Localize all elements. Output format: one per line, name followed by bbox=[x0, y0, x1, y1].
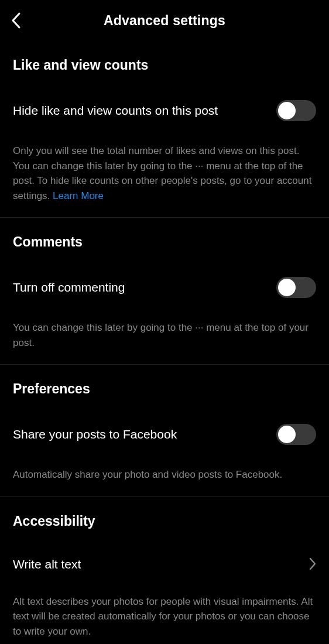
write-alt-text-description: Alt text describes your photos for peopl… bbox=[0, 594, 329, 639]
row-hide-likes[interactable]: Hide like and view counts on this post bbox=[0, 100, 329, 121]
turn-off-commenting-description: You can change this later by going to th… bbox=[0, 320, 329, 350]
toggle-knob bbox=[278, 279, 296, 296]
section-title-comments: Comments bbox=[0, 218, 329, 250]
row-write-alt-text[interactable]: Write alt text bbox=[0, 556, 329, 572]
section-title-likes: Like and view counts bbox=[0, 41, 329, 73]
hide-likes-label: Hide like and view counts on this post bbox=[13, 102, 218, 118]
share-facebook-description: Automatically share your photo and video… bbox=[0, 467, 329, 482]
section-title-accessibility: Accessibility bbox=[0, 497, 329, 529]
toggle-knob bbox=[278, 102, 296, 119]
hide-likes-description: Only you will see the total number of li… bbox=[0, 143, 329, 203]
share-facebook-label: Share your posts to Facebook bbox=[13, 426, 177, 442]
hide-likes-toggle[interactable] bbox=[276, 100, 316, 121]
share-facebook-toggle[interactable] bbox=[276, 424, 316, 445]
header: Advanced settings bbox=[0, 0, 329, 41]
section-accessibility: Accessibility Write alt text Alt text de… bbox=[0, 497, 329, 645]
section-comments: Comments Turn off commenting You can cha… bbox=[0, 218, 329, 365]
row-share-facebook[interactable]: Share your posts to Facebook bbox=[0, 424, 329, 445]
back-button[interactable] bbox=[11, 12, 21, 29]
write-alt-text-label: Write alt text bbox=[13, 556, 81, 572]
chevron-right-icon bbox=[309, 557, 316, 570]
turn-off-commenting-label: Turn off commenting bbox=[13, 279, 125, 295]
page-title: Advanced settings bbox=[11, 13, 318, 29]
learn-more-link[interactable]: Learn More bbox=[53, 190, 104, 201]
section-likes: Like and view counts Hide like and view … bbox=[0, 41, 329, 218]
turn-off-commenting-toggle[interactable] bbox=[276, 277, 316, 298]
chevron-left-icon bbox=[11, 12, 21, 29]
section-preferences: Preferences Share your posts to Facebook… bbox=[0, 365, 329, 497]
toggle-knob bbox=[278, 426, 296, 443]
section-title-preferences: Preferences bbox=[0, 365, 329, 397]
row-turn-off-commenting[interactable]: Turn off commenting bbox=[0, 277, 329, 298]
